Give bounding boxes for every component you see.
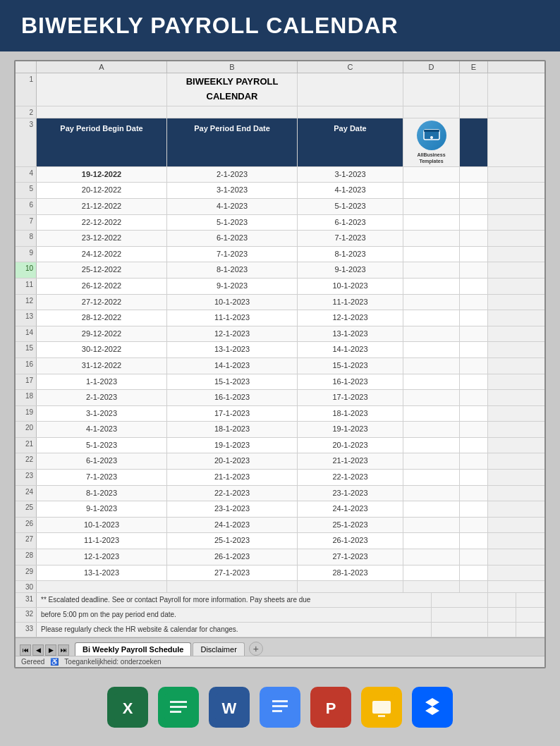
tab-nav-next[interactable]: ▶ — [45, 644, 56, 656]
end-22: 20-1-2023 — [167, 453, 298, 469]
pay-24: 23-1-2023 — [298, 486, 403, 501]
table-row: 8 23-12-2022 6-1-2023 7-1-2023 — [16, 231, 544, 247]
end-20: 18-1-2023 — [167, 422, 298, 437]
begin-26: 10-1-2023 — [37, 518, 167, 533]
begin-13: 28-12-2022 — [37, 310, 167, 326]
row-num-8: 8 — [16, 231, 37, 246]
e-29 — [460, 565, 488, 581]
dropbox-svg — [416, 691, 449, 723]
begin-16: 31-12-2022 — [37, 358, 167, 374]
end-date-4: 2-1-2023 — [167, 167, 298, 183]
slides-icon[interactable] — [361, 687, 402, 728]
e-24 — [460, 486, 488, 501]
col-header-e: E — [460, 61, 488, 73]
pay-14: 13-1-2023 — [298, 326, 403, 342]
tab-nav[interactable]: ⏮ ◀ ▶ ⏭ — [20, 644, 69, 656]
e-25 — [460, 501, 488, 517]
end-6: 4-1-2023 — [167, 199, 298, 214]
e-10 — [460, 262, 488, 278]
pay-15: 14-1-2023 — [298, 342, 403, 357]
tab-nav-first[interactable]: ⏮ — [20, 644, 31, 656]
powerpoint-icon[interactable]: P — [310, 687, 351, 728]
tab-nav-prev[interactable]: ◀ — [32, 644, 44, 656]
d-5 — [403, 183, 460, 198]
table-row: 18 2-1-2023 16-1-2023 17-1-2023 — [16, 390, 544, 406]
d-11 — [403, 279, 460, 294]
note-row-31: 31 ** Escalated deadline. See or contact… — [16, 593, 544, 608]
svg-rect-13 — [272, 705, 288, 707]
table-row: 12 27-12-2022 10-1-2023 11-1-2023 — [16, 295, 544, 311]
col-header-d: D — [403, 61, 460, 73]
svg-rect-8 — [170, 711, 181, 713]
begin-14: 29-12-2022 — [37, 326, 167, 342]
note-31e — [488, 593, 516, 607]
col-header-b: B — [167, 61, 298, 73]
table-row: 16 31-12-2022 14-1-2023 15-1-2023 — [16, 358, 544, 374]
end-16: 14-1-2023 — [167, 358, 298, 374]
table-row: 24 8-1-2023 22-1-2023 23-1-2023 — [16, 486, 544, 502]
d-12 — [403, 295, 460, 310]
begin-21: 5-1-2023 — [37, 438, 167, 453]
svg-text:X: X — [123, 699, 133, 717]
row-num-25: 25 — [16, 501, 37, 517]
e-26 — [460, 518, 488, 533]
svg-rect-19 — [378, 715, 385, 717]
sheets-icon[interactable] — [158, 687, 199, 728]
d-16 — [403, 358, 460, 374]
word-icon[interactable]: W — [209, 687, 250, 728]
e-28 — [460, 549, 488, 565]
excel-icon[interactable]: X — [107, 687, 148, 728]
pay-19: 18-1-2023 — [298, 406, 403, 422]
tab-disclaimer[interactable]: Disclaimer — [193, 642, 244, 656]
docs-icon[interactable] — [260, 687, 300, 728]
pay-22: 21-1-2023 — [298, 453, 403, 469]
row-num-17: 17 — [16, 374, 37, 390]
e-4 — [460, 167, 488, 183]
end-5: 3-1-2023 — [167, 183, 298, 198]
tab-nav-last[interactable]: ⏭ — [58, 644, 69, 656]
d-4 — [403, 167, 460, 183]
table-row: 7 22-12-2022 5-1-2023 6-1-2023 — [16, 215, 544, 231]
begin-9: 24-12-2022 — [37, 247, 167, 262]
table-row: 19 3-1-2023 17-1-2023 18-1-2023 — [16, 406, 544, 422]
begin-date-4: 19-12-2022 — [37, 167, 167, 183]
svg-point-2 — [430, 136, 433, 139]
d-21 — [403, 438, 460, 453]
note-33e — [488, 623, 516, 637]
logo-icon — [422, 128, 442, 142]
svg-rect-1 — [424, 130, 439, 132]
row-num-11: 11 — [16, 279, 37, 294]
excel-wrapper: A B C D E 1 BIWEEKLY PAYROLL CALENDAR 2 — [16, 61, 544, 667]
row-num-14: 14 — [16, 326, 37, 342]
tab-add-button[interactable]: + — [249, 642, 263, 656]
begin-25: 9-1-2023 — [37, 501, 167, 517]
col-end-header: Pay Period End Date — [167, 118, 298, 166]
begin-22: 6-1-2023 — [37, 453, 167, 469]
tab-biweekly[interactable]: Bi Weekly Payroll Schedule — [75, 642, 191, 656]
pay-17: 16-1-2023 — [298, 374, 403, 390]
excel-svg: X — [111, 691, 144, 723]
note-1: ** Escalated deadline. See or contact Pa… — [37, 593, 432, 607]
word-svg: W — [213, 691, 245, 723]
empty-row-30: 30 — [16, 581, 544, 593]
row-num-5: 5 — [16, 183, 37, 198]
table-row: 4 19-12-2022 2-1-2023 3-1-2023 — [16, 167, 544, 183]
d-26 — [403, 518, 460, 533]
end-25: 23-1-2023 — [167, 501, 298, 517]
row-num-26: 26 — [16, 518, 37, 533]
slides-svg — [365, 691, 398, 723]
table-row: 14 29-12-2022 12-1-2023 13-1-2023 — [16, 326, 544, 343]
d-17 — [403, 374, 460, 390]
e-17 — [460, 374, 488, 390]
pay-21: 20-1-2023 — [298, 438, 403, 453]
pay-27: 26-1-2023 — [298, 533, 403, 549]
begin-6: 21-12-2022 — [37, 199, 167, 214]
dropbox-icon[interactable] — [412, 687, 453, 728]
note-32d — [432, 608, 488, 622]
e-21 — [460, 438, 488, 453]
begin-17: 1-1-2023 — [37, 374, 167, 390]
table-row: 21 5-1-2023 19-1-2023 20-1-2023 — [16, 438, 544, 454]
end-26: 24-1-2023 — [167, 518, 298, 533]
d-8 — [403, 231, 460, 246]
begin-5: 20-12-2022 — [37, 183, 167, 198]
